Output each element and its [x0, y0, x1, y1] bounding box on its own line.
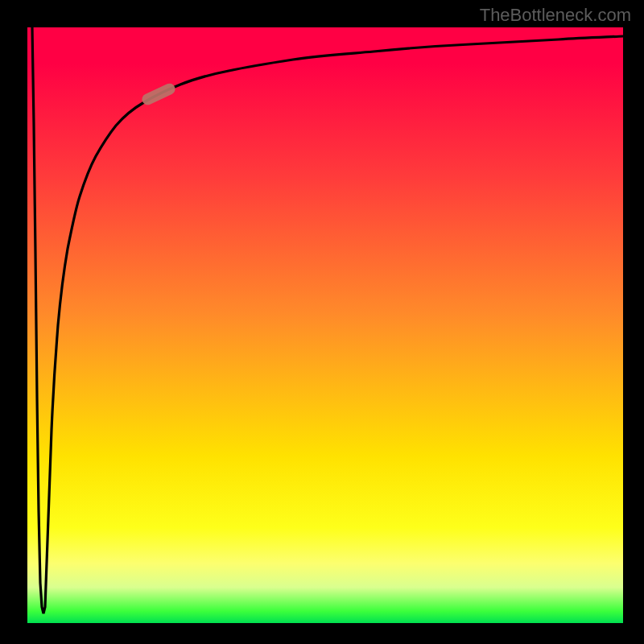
watermark-text: TheBottleneck.com [480, 5, 631, 26]
curve-layer [27, 27, 623, 623]
plot-area [27, 27, 623, 623]
bottleneck-curve [32, 27, 623, 613]
chart-frame: TheBottleneck.com [0, 0, 644, 644]
